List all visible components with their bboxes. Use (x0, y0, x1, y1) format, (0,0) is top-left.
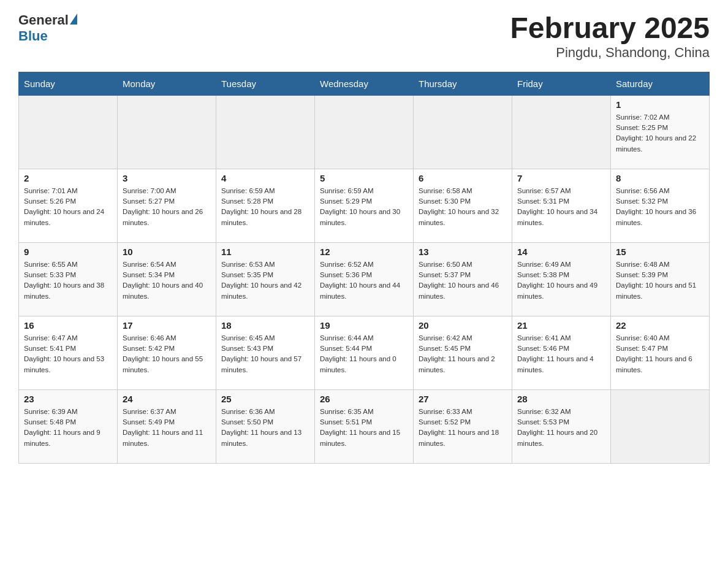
calendar-cell: 20Sunrise: 6:42 AMSunset: 5:45 PMDayligh… (414, 316, 512, 389)
weekday-header-saturday: Saturday (611, 72, 710, 95)
day-number: 14 (517, 247, 605, 257)
calendar-cell: 2Sunrise: 7:01 AMSunset: 5:26 PMDaylight… (19, 169, 118, 242)
day-info: Sunrise: 6:46 AMSunset: 5:42 PMDaylight:… (123, 333, 211, 375)
weekday-header-thursday: Thursday (414, 72, 512, 95)
calendar-table: SundayMondayTuesdayWednesdayThursdayFrid… (18, 72, 710, 464)
day-info: Sunrise: 6:52 AMSunset: 5:36 PMDaylight:… (320, 259, 408, 302)
logo-triangle-icon (70, 13, 77, 25)
day-number: 18 (221, 320, 309, 331)
logo-blue-text: Blue (18, 28, 48, 44)
day-number: 27 (419, 394, 507, 404)
calendar-cell (216, 95, 315, 169)
day-info: Sunrise: 6:41 AMSunset: 5:46 PMDaylight:… (517, 333, 605, 375)
day-info: Sunrise: 6:55 AMSunset: 5:33 PMDaylight:… (24, 259, 112, 302)
page-header: General Blue February 2025 Pingdu, Shand… (18, 12, 710, 61)
calendar-cell: 23Sunrise: 6:39 AMSunset: 5:48 PMDayligh… (19, 389, 118, 463)
calendar-cell: 14Sunrise: 6:49 AMSunset: 5:38 PMDayligh… (512, 242, 611, 316)
day-number: 22 (616, 320, 704, 331)
day-number: 9 (24, 247, 112, 257)
day-info: Sunrise: 7:02 AMSunset: 5:25 PMDaylight:… (616, 112, 704, 155)
day-number: 28 (517, 394, 605, 404)
weekday-header-row: SundayMondayTuesdayWednesdayThursdayFrid… (19, 72, 710, 95)
day-info: Sunrise: 7:01 AMSunset: 5:26 PMDaylight:… (24, 186, 112, 228)
calendar-cell: 10Sunrise: 6:54 AMSunset: 5:34 PMDayligh… (118, 242, 216, 316)
calendar-title-block: February 2025 Pingdu, Shandong, China (510, 12, 710, 61)
day-info: Sunrise: 6:53 AMSunset: 5:35 PMDaylight:… (221, 259, 309, 302)
calendar-week-row: 9Sunrise: 6:55 AMSunset: 5:33 PMDaylight… (19, 242, 710, 316)
day-number: 3 (123, 173, 211, 183)
calendar-cell (19, 95, 118, 169)
day-number: 8 (616, 173, 704, 183)
calendar-cell: 25Sunrise: 6:36 AMSunset: 5:50 PMDayligh… (216, 389, 315, 463)
day-info: Sunrise: 6:59 AMSunset: 5:28 PMDaylight:… (221, 186, 309, 228)
day-number: 19 (320, 320, 408, 331)
day-number: 10 (123, 247, 211, 257)
calendar-cell (611, 389, 710, 463)
day-info: Sunrise: 6:42 AMSunset: 5:45 PMDaylight:… (419, 333, 507, 375)
day-info: Sunrise: 6:49 AMSunset: 5:38 PMDaylight:… (517, 259, 605, 302)
day-number: 1 (616, 99, 704, 110)
calendar-cell: 19Sunrise: 6:44 AMSunset: 5:44 PMDayligh… (315, 316, 414, 389)
day-info: Sunrise: 7:00 AMSunset: 5:27 PMDaylight:… (123, 186, 211, 228)
day-info: Sunrise: 6:44 AMSunset: 5:44 PMDaylight:… (320, 333, 408, 375)
calendar-cell: 22Sunrise: 6:40 AMSunset: 5:47 PMDayligh… (611, 316, 710, 389)
day-info: Sunrise: 6:37 AMSunset: 5:49 PMDaylight:… (123, 407, 211, 449)
logo-general-text: General (18, 12, 69, 28)
calendar-week-row: 16Sunrise: 6:47 AMSunset: 5:41 PMDayligh… (19, 316, 710, 389)
calendar-cell: 7Sunrise: 6:57 AMSunset: 5:31 PMDaylight… (512, 169, 611, 242)
day-number: 2 (24, 173, 112, 183)
calendar-cell: 21Sunrise: 6:41 AMSunset: 5:46 PMDayligh… (512, 316, 611, 389)
day-number: 13 (419, 247, 507, 257)
calendar-cell (414, 95, 512, 169)
day-info: Sunrise: 6:48 AMSunset: 5:39 PMDaylight:… (616, 259, 704, 302)
weekday-header-wednesday: Wednesday (315, 72, 414, 95)
weekday-header-tuesday: Tuesday (216, 72, 315, 95)
calendar-cell (512, 95, 611, 169)
calendar-cell: 17Sunrise: 6:46 AMSunset: 5:42 PMDayligh… (118, 316, 216, 389)
calendar-cell: 16Sunrise: 6:47 AMSunset: 5:41 PMDayligh… (19, 316, 118, 389)
day-info: Sunrise: 6:57 AMSunset: 5:31 PMDaylight:… (517, 186, 605, 228)
day-info: Sunrise: 6:56 AMSunset: 5:32 PMDaylight:… (616, 186, 704, 228)
day-info: Sunrise: 6:50 AMSunset: 5:37 PMDaylight:… (419, 259, 507, 302)
calendar-cell: 27Sunrise: 6:33 AMSunset: 5:52 PMDayligh… (414, 389, 512, 463)
day-info: Sunrise: 6:47 AMSunset: 5:41 PMDaylight:… (24, 333, 112, 375)
day-info: Sunrise: 6:39 AMSunset: 5:48 PMDaylight:… (24, 407, 112, 449)
logo-top-row: General (18, 12, 77, 28)
calendar-cell: 9Sunrise: 6:55 AMSunset: 5:33 PMDaylight… (19, 242, 118, 316)
calendar-cell: 4Sunrise: 6:59 AMSunset: 5:28 PMDaylight… (216, 169, 315, 242)
calendar-cell: 18Sunrise: 6:45 AMSunset: 5:43 PMDayligh… (216, 316, 315, 389)
day-info: Sunrise: 6:32 AMSunset: 5:53 PMDaylight:… (517, 407, 605, 449)
day-info: Sunrise: 6:35 AMSunset: 5:51 PMDaylight:… (320, 407, 408, 449)
weekday-header-friday: Friday (512, 72, 611, 95)
calendar-title: February 2025 (510, 12, 710, 45)
day-number: 5 (320, 173, 408, 183)
calendar-cell: 8Sunrise: 6:56 AMSunset: 5:32 PMDaylight… (611, 169, 710, 242)
calendar-cell: 15Sunrise: 6:48 AMSunset: 5:39 PMDayligh… (611, 242, 710, 316)
day-number: 21 (517, 320, 605, 331)
calendar-cell: 5Sunrise: 6:59 AMSunset: 5:29 PMDaylight… (315, 169, 414, 242)
calendar-cell: 3Sunrise: 7:00 AMSunset: 5:27 PMDaylight… (118, 169, 216, 242)
day-number: 23 (24, 394, 112, 404)
calendar-cell (118, 95, 216, 169)
day-number: 7 (517, 173, 605, 183)
calendar-week-row: 23Sunrise: 6:39 AMSunset: 5:48 PMDayligh… (19, 389, 710, 463)
day-number: 16 (24, 320, 112, 331)
day-number: 4 (221, 173, 309, 183)
weekday-header-sunday: Sunday (19, 72, 118, 95)
calendar-week-row: 1Sunrise: 7:02 AMSunset: 5:25 PMDaylight… (19, 95, 710, 169)
day-info: Sunrise: 6:40 AMSunset: 5:47 PMDaylight:… (616, 333, 704, 375)
day-info: Sunrise: 6:45 AMSunset: 5:43 PMDaylight:… (221, 333, 309, 375)
calendar-cell: 11Sunrise: 6:53 AMSunset: 5:35 PMDayligh… (216, 242, 315, 316)
logo: General Blue (18, 12, 77, 44)
weekday-header-monday: Monday (118, 72, 216, 95)
day-number: 6 (419, 173, 507, 183)
day-info: Sunrise: 6:54 AMSunset: 5:34 PMDaylight:… (123, 259, 211, 302)
calendar-cell: 6Sunrise: 6:58 AMSunset: 5:30 PMDaylight… (414, 169, 512, 242)
day-number: 26 (320, 394, 408, 404)
day-number: 15 (616, 247, 704, 257)
logo-bottom-row: Blue (18, 28, 48, 44)
day-info: Sunrise: 6:58 AMSunset: 5:30 PMDaylight:… (419, 186, 507, 228)
day-info: Sunrise: 6:36 AMSunset: 5:50 PMDaylight:… (221, 407, 309, 449)
calendar-subtitle: Pingdu, Shandong, China (510, 45, 710, 61)
day-number: 11 (221, 247, 309, 257)
